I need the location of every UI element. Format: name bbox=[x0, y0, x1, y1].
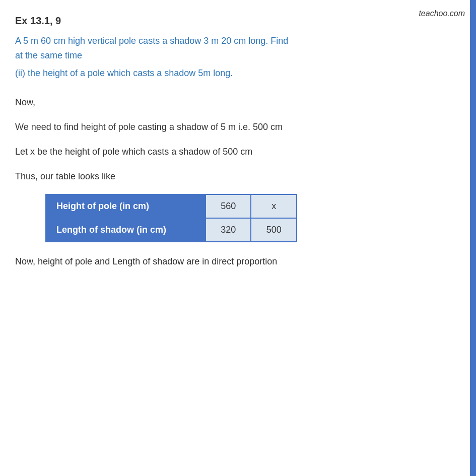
explanation1: We need to find height of pole casting a… bbox=[15, 120, 448, 134]
row1-val1: 560 bbox=[206, 194, 251, 218]
explanation2: Let x be the height of pole which casts … bbox=[15, 145, 448, 159]
row2-val1: 320 bbox=[206, 218, 251, 242]
exercise-title: Ex 13.1, 9 bbox=[15, 15, 448, 27]
now-label: Now, bbox=[15, 95, 448, 110]
problem-line2: at the same time bbox=[15, 50, 82, 60]
table-row-2: Length of shadow (in cm) 320 500 bbox=[46, 218, 297, 242]
data-table: Height of pole (in cm) 560 x Length of s… bbox=[45, 194, 297, 242]
row1-val2: x bbox=[251, 194, 297, 218]
conclusion-text: Now, height of pole and Length of shadow… bbox=[15, 254, 448, 269]
row1-header: Height of pole (in cm) bbox=[46, 194, 206, 218]
row2-header: Length of shadow (in cm) bbox=[46, 218, 206, 242]
row2-val2: 500 bbox=[251, 218, 297, 242]
problem-line1: A 5 m 60 cm high vertical pole casts a s… bbox=[15, 36, 288, 46]
explanation3: Thus, our table looks like bbox=[15, 169, 448, 184]
table-section: Height of pole (in cm) 560 x Length of s… bbox=[45, 194, 448, 242]
table-row-1: Height of pole (in cm) 560 x bbox=[46, 194, 297, 218]
page-container: Ex 13.1, 9 A 5 m 60 cm high vertical pol… bbox=[0, 0, 463, 284]
sub-question: (ii) the height of a pole which casts a … bbox=[15, 66, 448, 81]
problem-text: A 5 m 60 cm high vertical pole casts a s… bbox=[15, 34, 448, 63]
brand-bar bbox=[470, 0, 476, 476]
